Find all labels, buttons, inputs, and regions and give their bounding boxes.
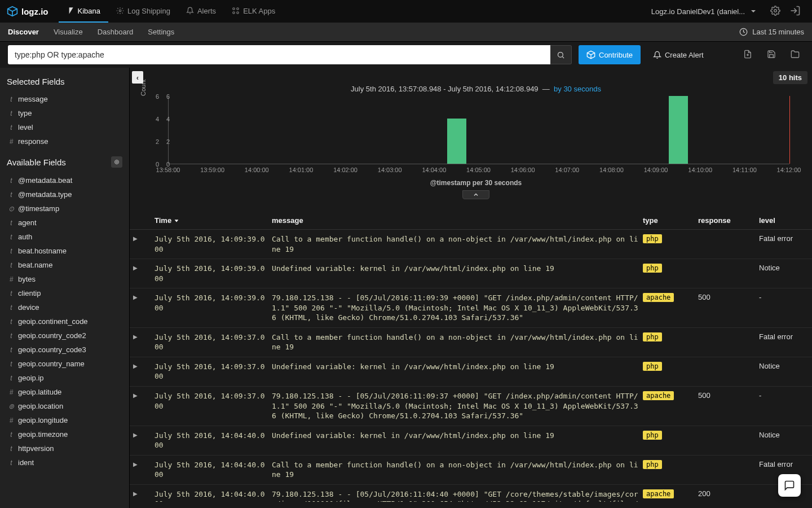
- field-type[interactable]: ttype: [7, 106, 122, 120]
- field-geoip.country_code3[interactable]: tgeoip.country_code3: [7, 343, 122, 357]
- field-clientip[interactable]: tclientip: [7, 286, 122, 300]
- col-level[interactable]: level: [759, 216, 804, 225]
- x-tick: 14:07:00: [555, 167, 579, 173]
- cell-message: Call to a member function handle() on a …: [272, 460, 638, 480]
- time-marker: [789, 96, 790, 164]
- field-geoip.location[interactable]: ⊚geoip.location: [7, 399, 122, 413]
- interval-picker[interactable]: by 30 seconds: [554, 85, 601, 93]
- chart-bar[interactable]: [447, 119, 466, 164]
- field-geoip.continent_code[interactable]: tgeoip.continent_code: [7, 314, 122, 329]
- field-geoip.latitude[interactable]: #geoip.latitude: [7, 385, 122, 399]
- field-label: level: [18, 123, 33, 132]
- collapse-sidebar-button[interactable]: ‹: [132, 71, 143, 84]
- expand-row-button[interactable]: ▶: [133, 460, 150, 467]
- field-bytes[interactable]: #bytes: [7, 272, 122, 286]
- expand-row-button[interactable]: ▶: [133, 332, 150, 340]
- tab-kibana[interactable]: Kibana: [59, 0, 108, 23]
- table-row: ▶July 5th 2016, 14:09:39.000Undefined va…: [130, 259, 812, 288]
- field-message[interactable]: tmessage: [7, 92, 122, 106]
- field-httpversion[interactable]: thttpversion: [7, 441, 122, 456]
- user-menu[interactable]: Logz.io DanielDev1 (daniel...: [651, 7, 756, 16]
- cell-time: July 5th 2016, 14:09:37.000: [155, 332, 267, 352]
- field-geoip.timezone[interactable]: tgeoip.timezone: [7, 427, 122, 441]
- type-tag: php: [643, 332, 662, 341]
- field-type-icon: ⊙: [8, 205, 15, 213]
- field-agent[interactable]: tagent: [7, 216, 122, 230]
- login-icon[interactable]: [789, 5, 801, 18]
- timepicker[interactable]: Last 15 minutes: [739, 28, 804, 36]
- field-ident[interactable]: tident: [7, 456, 122, 470]
- expand-row-button[interactable]: ▶: [133, 431, 150, 438]
- type-tag: apache: [643, 489, 674, 498]
- subnav-dashboard[interactable]: Dashboard: [98, 28, 134, 36]
- search-input[interactable]: [8, 45, 550, 64]
- save-icon[interactable]: [767, 50, 776, 60]
- field-type-icon: #: [8, 275, 15, 283]
- create-alert-button[interactable]: Create Alert: [647, 51, 709, 59]
- field-device[interactable]: tdevice: [7, 300, 122, 314]
- x-tick: 13:59:00: [200, 167, 224, 173]
- col-type[interactable]: type: [643, 216, 694, 225]
- tab-log-shipping[interactable]: Log Shipping: [108, 0, 178, 23]
- field-type-icon: t: [8, 124, 15, 132]
- col-response[interactable]: response: [698, 216, 754, 225]
- field-label: ident: [18, 458, 34, 467]
- field-beat.name[interactable]: tbeat.name: [7, 258, 122, 272]
- subnav-settings[interactable]: Settings: [148, 28, 174, 36]
- new-icon[interactable]: [743, 50, 752, 60]
- collapse-chart-button[interactable]: [462, 190, 489, 199]
- field-geoip.longitude[interactable]: #geoip.longitude: [7, 413, 122, 427]
- table-row: ▶July 5th 2016, 14:09:39.00079.180.125.1…: [130, 288, 812, 328]
- field-level[interactable]: tlevel: [7, 120, 122, 134]
- field-label: response: [18, 137, 48, 146]
- expand-row-button[interactable]: ▶: [133, 489, 150, 497]
- y-tick: 6: [156, 93, 159, 100]
- x-tick: 14:10:00: [688, 167, 712, 173]
- field-auth[interactable]: tauth: [7, 230, 122, 244]
- field-geoip.country_name[interactable]: tgeoip.country_name: [7, 357, 122, 371]
- expand-row-button[interactable]: ▶: [133, 293, 150, 300]
- cell-time: July 5th 2016, 14:09:37.000: [155, 391, 267, 411]
- field-response[interactable]: #response: [7, 134, 122, 148]
- field-geoip.country_code2[interactable]: tgeoip.country_code2: [7, 329, 122, 343]
- gear-icon: [113, 159, 120, 165]
- expand-row-button[interactable]: ▶: [133, 391, 150, 398]
- tab-alerts[interactable]: Alerts: [178, 0, 224, 23]
- subnav-discover[interactable]: Discover: [8, 28, 39, 36]
- expand-row-button[interactable]: ▶: [133, 234, 150, 242]
- contribute-button[interactable]: Contribute: [579, 45, 641, 64]
- field-type-icon: ⊚: [8, 402, 15, 410]
- field-@timestamp[interactable]: ⊙@timestamp: [7, 202, 122, 216]
- cell-type: php: [643, 431, 694, 440]
- brand-logo[interactable]: logz.io: [7, 6, 48, 17]
- expand-row-button[interactable]: ▶: [133, 264, 150, 271]
- main-panel: ‹ 10 hits July 5th 2016, 13:57:08.948 - …: [130, 68, 812, 508]
- subnav-visualize[interactable]: Visualize: [54, 28, 83, 36]
- search-button[interactable]: [550, 45, 572, 64]
- type-tag: apache: [643, 293, 674, 302]
- field-@metadata.type[interactable]: t@metadata.type: [7, 187, 122, 202]
- tab-elk-apps[interactable]: ELK Apps: [224, 0, 283, 23]
- fields-settings-button[interactable]: [111, 156, 122, 168]
- expand-row-button[interactable]: ▶: [133, 362, 150, 369]
- field-beat.hostname[interactable]: tbeat.hostname: [7, 244, 122, 258]
- tab-label: Alerts: [197, 7, 216, 15]
- open-icon[interactable]: [791, 50, 800, 60]
- table-row: ▶July 5th 2016, 14:09:37.000Call to a me…: [130, 328, 812, 357]
- col-message[interactable]: message: [272, 216, 638, 225]
- col-time[interactable]: Time: [155, 216, 267, 225]
- table-header: Time message type response level: [130, 214, 812, 230]
- chart-bar[interactable]: [669, 96, 688, 164]
- help-button[interactable]: [778, 474, 801, 497]
- cell-message: 79.180.125.138 - - [05/Jul/2016:11:04:40…: [272, 489, 638, 502]
- svg-point-3: [233, 8, 235, 10]
- field-geoip.ip[interactable]: tgeoip.ip: [7, 371, 122, 385]
- svg-point-2: [119, 10, 121, 12]
- cell-time: July 5th 2016, 14:04:40.000: [155, 431, 267, 450]
- field-type-icon: t: [8, 431, 15, 439]
- field-type-icon: #: [8, 417, 15, 424]
- field-@metadata.beat[interactable]: t@metadata.beat: [7, 173, 122, 187]
- cell-message: Undefined variable: kernel in /var/www/h…: [272, 362, 638, 372]
- gear-icon[interactable]: [770, 6, 780, 17]
- chart-plot-area[interactable]: 0246: [168, 97, 789, 164]
